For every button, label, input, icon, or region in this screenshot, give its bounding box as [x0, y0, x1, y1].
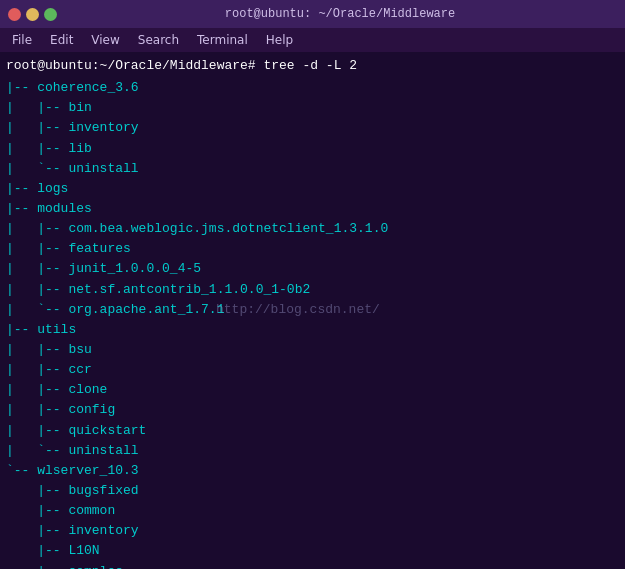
tree-output: |-- coherence_3.6| |-- bin| |-- inventor… [6, 78, 619, 569]
tree-line: |-- samples [6, 562, 619, 569]
tree-line: | |-- quickstart [6, 421, 619, 441]
window-controls[interactable] [8, 8, 57, 21]
tree-line: | |-- inventory [6, 118, 619, 138]
tree-line: |-- common [6, 501, 619, 521]
menu-bar: FileEditViewSearchTerminalHelp [0, 28, 625, 52]
tree-line: |-- bugsfixed [6, 481, 619, 501]
maximize-button[interactable] [44, 8, 57, 21]
menu-item-search[interactable]: Search [130, 31, 187, 49]
tree-line: |-- utils [6, 320, 619, 340]
tree-line: | |-- features [6, 239, 619, 259]
tree-line: | |-- ccr [6, 360, 619, 380]
title-bar: root@ubuntu: ~/Oracle/Middleware [0, 0, 625, 28]
menu-item-help[interactable]: Help [258, 31, 301, 49]
tree-line: | |-- junit_1.0.0.0_4-5 [6, 259, 619, 279]
close-button[interactable] [8, 8, 21, 21]
terminal-area[interactable]: root@ubuntu:~/Oracle/Middleware# tree -d… [0, 52, 625, 569]
menu-item-terminal[interactable]: Terminal [189, 31, 256, 49]
tree-line: |-- modules [6, 199, 619, 219]
tree-line: |-- inventory [6, 521, 619, 541]
menu-item-file[interactable]: File [4, 31, 40, 49]
minimize-button[interactable] [26, 8, 39, 21]
tree-line: | |-- config [6, 400, 619, 420]
tree-line: | |-- bin [6, 98, 619, 118]
tree-line: |-- coherence_3.6 [6, 78, 619, 98]
tree-line: | |-- lib [6, 139, 619, 159]
menu-item-edit[interactable]: Edit [42, 31, 81, 49]
tree-line: | |-- clone [6, 380, 619, 400]
tree-line: |-- logs [6, 179, 619, 199]
tree-line: | `-- uninstall [6, 441, 619, 461]
prompt-line: root@ubuntu:~/Oracle/Middleware# tree -d… [6, 56, 619, 76]
window-title: root@ubuntu: ~/Oracle/Middleware [63, 7, 617, 21]
tree-line: | |-- com.bea.weblogic.jms.dotnetclient_… [6, 219, 619, 239]
tree-line: `-- wlserver_10.3 [6, 461, 619, 481]
tree-line: | |-- bsu [6, 340, 619, 360]
tree-line: | `-- org.apache.ant_1.7.1 [6, 300, 619, 320]
menu-item-view[interactable]: View [83, 31, 127, 49]
tree-line: |-- L10N [6, 541, 619, 561]
tree-line: | `-- uninstall [6, 159, 619, 179]
tree-line: | |-- net.sf.antcontrib_1.1.0.0_1-0b2 [6, 280, 619, 300]
